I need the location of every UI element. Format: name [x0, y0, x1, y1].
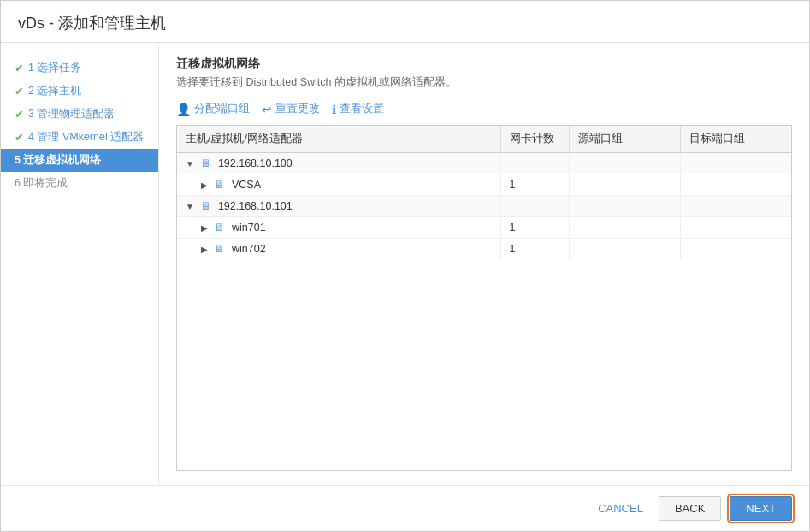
- sidebar-item-label-step4: 4 管理 VMkernel 适配器: [28, 130, 144, 145]
- vm-name: win701: [232, 222, 266, 233]
- table-row: ▶ 🖥 win701 1: [177, 217, 791, 239]
- main-content: 迁移虚拟机网络 选择要迁移到 Distributed Switch 的虚拟机或网…: [159, 43, 809, 485]
- sidebar-item-step4: ✔ 4 管理 VMkernel 适配器: [1, 126, 158, 149]
- col-header-nic: 网卡计数: [500, 126, 569, 153]
- collapse-arrow-icon[interactable]: ▼: [186, 159, 194, 168]
- vm-icon: 🖥: [214, 179, 225, 191]
- host-name: 192.168.10.100: [218, 157, 293, 169]
- table-row: ▼ 🖥 192.168.10.101: [177, 196, 791, 217]
- vm-src-port: [569, 239, 680, 260]
- host-dst-port: [680, 196, 791, 217]
- host-dst-port: [680, 153, 791, 174]
- sidebar-item-label-step5: 5 迁移虚拟机网络: [15, 153, 101, 168]
- host-name: 192.168.10.101: [218, 200, 293, 212]
- section-title: 迁移虚拟机网络: [176, 56, 792, 72]
- vm-nic-count: 1: [500, 174, 569, 196]
- cancel-button[interactable]: CANCEL: [591, 497, 650, 520]
- sidebar-item-label-step1: 1 选择任务: [28, 61, 81, 75]
- revert-changes-icon: ↩: [262, 103, 272, 116]
- revert-changes-button[interactable]: ↩ 重置更改: [262, 100, 320, 118]
- host-nic-count: [500, 196, 569, 217]
- dialog-header: vDs - 添加和管理主机: [1, 1, 809, 43]
- view-settings-icon: ℹ: [332, 103, 336, 116]
- vm-icon: 🖥: [214, 222, 225, 233]
- check-icon-step4: ✔: [15, 131, 24, 144]
- vm-dst-port: [680, 239, 791, 260]
- expand-arrow-icon[interactable]: ▶: [201, 245, 208, 254]
- table-row: ▶ 🖥 win702 1: [177, 239, 791, 260]
- vm-icon: 🖥: [214, 243, 225, 255]
- vm-name-cell: ▶ 🖥 VCSA: [177, 174, 500, 196]
- vm-src-port: [569, 217, 680, 239]
- table-row: ▼ 🖥 192.168.10.100: [177, 153, 791, 174]
- host-name-cell: ▼ 🖥 192.168.10.101: [177, 196, 500, 217]
- vm-network-table: 主机/虚拟机/网络适配器 网卡计数 源端口组 目标端口组 ▼ 🖥: [177, 126, 791, 259]
- dialog-title: vDs - 添加和管理主机: [18, 13, 792, 33]
- sidebar-item-label-step2: 2 选择主机: [28, 84, 81, 98]
- table-row: ▶ 🖥 VCSA 1: [177, 174, 791, 196]
- dialog-footer: CANCEL BACK NEXT: [1, 485, 809, 531]
- dialog: vDs - 添加和管理主机 ✔ 1 选择任务 ✔ 2 选择主机 ✔ 3 管理物理…: [0, 0, 810, 532]
- col-header-dst: 目标端口组: [680, 126, 791, 153]
- table-container: 主机/虚拟机/网络适配器 网卡计数 源端口组 目标端口组 ▼ 🖥: [176, 125, 792, 471]
- assign-portgroup-button[interactable]: 👤 分配端口组: [176, 100, 250, 118]
- assign-portgroup-icon: 👤: [176, 103, 191, 116]
- expand-arrow-icon[interactable]: ▶: [201, 223, 208, 233]
- col-header-name: 主机/虚拟机/网络适配器: [177, 126, 500, 153]
- vm-dst-port: [680, 217, 791, 239]
- vm-name-cell: ▶ 🖥 win702: [177, 239, 500, 260]
- check-icon-step3: ✔: [15, 108, 24, 121]
- host-icon: 🖥: [200, 157, 211, 169]
- view-settings-button[interactable]: ℹ 查看设置: [332, 100, 384, 118]
- host-src-port: [569, 196, 680, 217]
- sidebar-item-step5[interactable]: 5 迁移虚拟机网络: [1, 149, 158, 172]
- sidebar-item-step6: 6 即将完成: [1, 172, 158, 195]
- assign-portgroup-label: 分配端口组: [194, 102, 250, 116]
- sidebar: ✔ 1 选择任务 ✔ 2 选择主机 ✔ 3 管理物理适配器 ✔ 4 管理 VMk…: [1, 43, 159, 485]
- sidebar-item-step1: ✔ 1 选择任务: [1, 56, 158, 80]
- host-nic-count: [500, 153, 569, 174]
- host-src-port: [569, 153, 680, 174]
- sidebar-item-step3: ✔ 3 管理物理适配器: [1, 103, 158, 126]
- col-header-src: 源端口组: [569, 126, 680, 153]
- host-name-cell: ▼ 🖥 192.168.10.100: [177, 153, 500, 174]
- sidebar-item-label-step3: 3 管理物理适配器: [28, 107, 115, 121]
- vm-name: VCSA: [232, 179, 261, 191]
- section-desc: 选择要迁移到 Distributed Switch 的虚拟机或网络适配器。: [176, 75, 792, 90]
- host-icon: 🖥: [200, 200, 211, 212]
- vm-src-port: [569, 174, 680, 196]
- vm-nic-count: 1: [500, 239, 569, 260]
- vm-dst-port: [680, 174, 791, 196]
- view-settings-label: 查看设置: [340, 102, 384, 116]
- next-button[interactable]: NEXT: [730, 496, 792, 521]
- vm-name: win702: [232, 243, 266, 255]
- check-icon-step2: ✔: [15, 85, 24, 98]
- sidebar-item-label-step6: 6 即将完成: [15, 176, 68, 191]
- toolbar: 👤 分配端口组 ↩ 重置更改 ℹ 查看设置: [176, 100, 792, 118]
- check-icon-step1: ✔: [15, 62, 24, 74]
- sidebar-item-step2: ✔ 2 选择主机: [1, 80, 158, 103]
- expand-arrow-icon[interactable]: ▶: [201, 180, 208, 190]
- vm-name-cell: ▶ 🖥 win701: [177, 217, 500, 239]
- dialog-body: ✔ 1 选择任务 ✔ 2 选择主机 ✔ 3 管理物理适配器 ✔ 4 管理 VMk…: [1, 43, 809, 485]
- revert-changes-label: 重置更改: [275, 102, 320, 116]
- back-button[interactable]: BACK: [659, 496, 721, 521]
- collapse-arrow-icon[interactable]: ▼: [186, 202, 194, 211]
- vm-nic-count: 1: [500, 217, 569, 239]
